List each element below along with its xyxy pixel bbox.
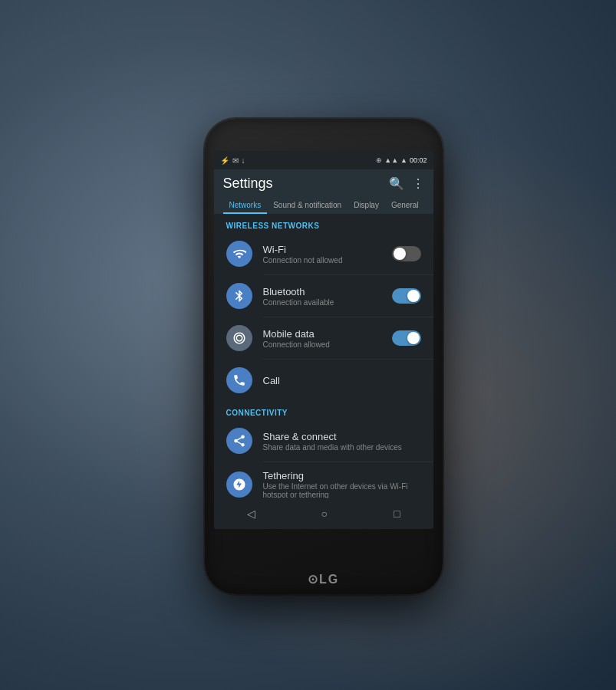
share-connect-desc: Share data and media with other devices (263, 443, 421, 452)
setting-share-connect[interactable]: Share & connect Share data and media wit… (214, 420, 433, 462)
back-button[interactable]: ◁ (247, 508, 255, 520)
call-icon (226, 367, 252, 393)
mobile-data-toggle[interactable] (392, 330, 421, 346)
share-connect-name: Share & connect (263, 431, 421, 442)
page-title: Settings (223, 176, 273, 192)
bluetooth-name: Bluetooth (263, 286, 381, 297)
lg-logo-area: ⊙LG (205, 572, 443, 586)
header-icons: 🔍 ⋮ (389, 176, 424, 191)
mobile-data-icon (226, 325, 252, 351)
settings-content: WIRELESS NETWORKS Wi-Fi Connection not a… (214, 214, 433, 529)
lg-logo: ⊙LG (308, 572, 339, 586)
settings-header: Settings 🔍 ⋮ Networks Sound & notificati… (214, 169, 433, 214)
setting-wifi[interactable]: Wi-Fi Connection not allowed (214, 233, 433, 274)
home-button[interactable]: ○ (321, 508, 328, 520)
wifi-toggle[interactable] (392, 246, 421, 261)
mobile-data-name: Mobile data (263, 328, 381, 340)
setting-call[interactable]: Call (214, 360, 433, 401)
phone: ⚡ ✉ ↓ ⊕ ▲▲ ▲ 00:02 Settings (205, 119, 443, 594)
tethering-name: Tethering (263, 470, 421, 481)
tab-networks[interactable]: Networks (223, 196, 268, 214)
more-options-icon[interactable]: ⋮ (412, 176, 424, 191)
wifi-icon (226, 241, 252, 267)
mobile-data-text: Mobile data Connection allowed (263, 328, 381, 349)
status-right: ⊕ ▲▲ ▲ 00:02 (376, 156, 427, 164)
bluetooth-text: Bluetooth Connection available (263, 286, 381, 307)
tab-sound-notification[interactable]: Sound & notification (267, 196, 348, 214)
tethering-desc: Use the Internet on other devices via Wi… (263, 482, 421, 499)
tethering-text: Tethering Use the Internet on other devi… (263, 470, 421, 499)
wifi-text: Wi-Fi Connection not allowed (263, 244, 381, 264)
tab-general[interactable]: General (385, 196, 425, 214)
phone-screen: ⚡ ✉ ↓ ⊕ ▲▲ ▲ 00:02 Settings (214, 151, 433, 529)
bottom-navigation: ◁ ○ □ (214, 498, 433, 529)
wifi-bars-icon: ▲ (400, 156, 407, 164)
settings-title-row: Settings 🔍 ⋮ (223, 176, 424, 192)
status-bar: ⚡ ✉ ↓ ⊕ ▲▲ ▲ 00:02 (214, 151, 433, 169)
section-connectivity-label: CONNECTIVITY (214, 401, 433, 420)
call-name: Call (263, 375, 421, 386)
time-display: 00:02 (410, 156, 427, 164)
signal-bars-icon: ▲▲ (384, 156, 398, 164)
download-icon: ↓ (242, 156, 245, 165)
recents-button[interactable]: □ (394, 508, 400, 520)
bluetooth-status-icon: ⊕ (376, 156, 382, 164)
usb-icon: ⚡ (220, 156, 229, 165)
tab-display[interactable]: Display (348, 196, 385, 214)
wifi-desc: Connection not allowed (263, 256, 381, 264)
status-left-icons: ⚡ ✉ ↓ (220, 156, 245, 165)
wifi-name: Wi-Fi (263, 244, 381, 255)
search-icon[interactable]: 🔍 (389, 176, 404, 191)
tabs-row: Networks Sound & notification Display Ge… (223, 196, 424, 214)
phone-body: ⚡ ✉ ↓ ⊕ ▲▲ ▲ 00:02 Settings (205, 119, 443, 594)
setting-mobile-data[interactable]: Mobile data Connection allowed (214, 317, 433, 359)
bluetooth-icon (226, 283, 252, 309)
share-icon (226, 428, 252, 454)
bluetooth-desc: Connection available (263, 298, 381, 307)
msg-icon: ✉ (232, 156, 239, 165)
setting-bluetooth[interactable]: Bluetooth Connection available (214, 275, 433, 317)
call-text: Call (263, 375, 421, 386)
tethering-icon (226, 472, 252, 498)
share-connect-text: Share & connect Share data and media wit… (263, 431, 421, 452)
bluetooth-toggle[interactable] (392, 288, 421, 304)
section-wireless-label: WIRELESS NETWORKS (214, 214, 433, 233)
mobile-data-desc: Connection allowed (263, 340, 381, 349)
